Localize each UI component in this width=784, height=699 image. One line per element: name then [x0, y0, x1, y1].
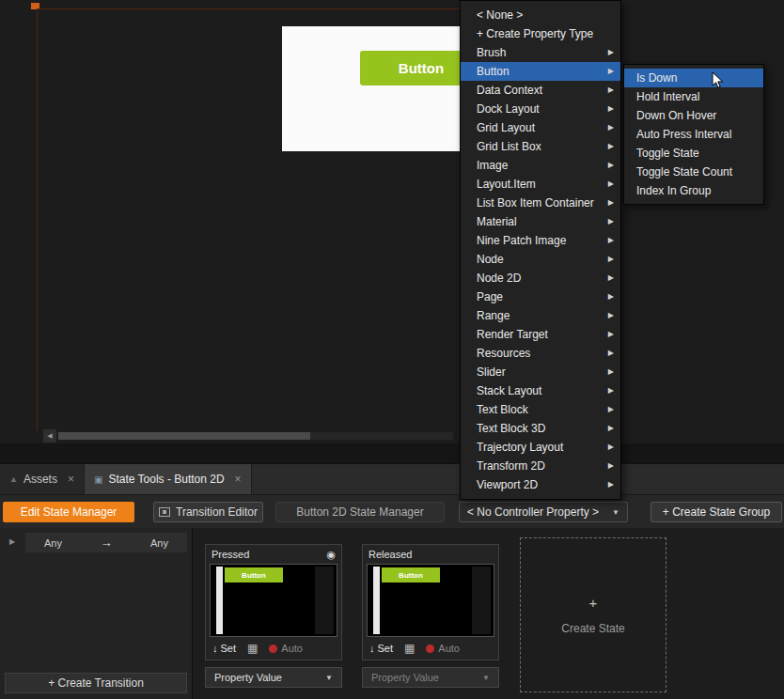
selection-outline-left [37, 8, 38, 430]
submenu-arrow-icon: ▶ [608, 43, 614, 62]
submenu-arrow-icon: ▶ [608, 156, 614, 175]
state-card-pressed[interactable]: Pressed ◉ Button ↓ Set ▦ Auto [205, 544, 342, 660]
auto-record-icon[interactable] [269, 645, 277, 653]
submenu-arrow-icon: ▶ [608, 175, 614, 194]
menu-item-layout-item[interactable]: Layout.Item▶ [461, 175, 620, 194]
state-set-row: ↓ Set ▦ Auto [363, 637, 498, 660]
property-value-dropdown-pressed[interactable]: Property Value ▼ [205, 667, 342, 688]
menu-item-slider[interactable]: Slider▶ [461, 363, 620, 381]
thumbnail-dark-column [315, 567, 334, 634]
state-manager-body: ▶ Any → Any + Create Transition Pressed … [0, 528, 784, 699]
submenu-arrow-icon: ▶ [608, 194, 614, 212]
tab-state-tools[interactable]: ▣ State Tools - Button 2D × [85, 464, 252, 494]
submenu-item-index-in-group[interactable]: Index In Group [624, 181, 763, 200]
menu-item-viewport-2d[interactable]: Viewport 2D▶ [461, 475, 620, 494]
auto-record-icon[interactable] [426, 645, 434, 653]
menu-item-image[interactable]: Image▶ [461, 156, 620, 175]
edit-state-manager-button[interactable]: Edit State Manager [3, 502, 134, 522]
scrollbar-thumb[interactable] [58, 432, 310, 440]
expander-icon[interactable]: ▶ [9, 537, 15, 546]
submenu-arrow-icon: ▶ [608, 62, 614, 81]
submenu-item-down-on-hover[interactable]: Down On Hover [624, 106, 763, 125]
property-value-dropdown-released[interactable]: Property Value ▼ [362, 667, 499, 688]
tab-assets[interactable]: ▲ Assets × [0, 464, 85, 494]
state-thumbnail: Button [210, 564, 337, 637]
create-state-group-button[interactable]: + Create State Group [651, 502, 782, 522]
submenu-arrow-icon: ▶ [608, 457, 614, 475]
menu-item-text-block[interactable]: Text Block▶ [461, 400, 620, 419]
menu-item-grid-list-box[interactable]: Grid List Box▶ [461, 137, 620, 156]
menu-item-material[interactable]: Material▶ [461, 212, 620, 231]
scroll-left-icon[interactable]: ◀ [43, 429, 56, 443]
set-button[interactable]: Set [378, 643, 394, 654]
menu-item-data-context[interactable]: Data Context▶ [461, 81, 620, 100]
canvas-footer [0, 443, 784, 463]
menu-item-dock-layout[interactable]: Dock Layout▶ [461, 100, 620, 118]
transitions-panel: ▶ Any → Any + Create Transition [0, 528, 193, 699]
state-name: Released [368, 549, 412, 560]
menu-item-resources[interactable]: Resources▶ [461, 344, 620, 363]
selection-outline-top [37, 8, 460, 9]
keyframe-grid-icon[interactable]: ▦ [404, 642, 415, 655]
submenu-item-hold-interval[interactable]: Hold Interval [624, 87, 763, 106]
menu-item-list-box-item-container[interactable]: List Box Item Container▶ [461, 194, 620, 212]
assets-icon: ▲ [9, 474, 18, 484]
menu-item-transform-2d[interactable]: Transform 2D▶ [461, 457, 620, 475]
auto-label[interactable]: Auto [281, 643, 303, 654]
create-state-button[interactable]: + Create State [520, 537, 666, 692]
controller-property-dropdown[interactable]: < No Controller Property > ▼ [459, 502, 628, 522]
transition-editor-button[interactable]: Transition Editor [153, 502, 263, 522]
submenu-item-auto-press-interval[interactable]: Auto Press Interval [624, 125, 763, 144]
submenu-item-toggle-state[interactable]: Toggle State [624, 144, 763, 163]
menu-item-grid-layout[interactable]: Grid Layout▶ [461, 118, 620, 137]
submenu-arrow-icon: ▶ [608, 118, 614, 137]
submenu-arrow-icon: ▶ [608, 269, 614, 287]
create-state-label: Create State [561, 622, 624, 635]
state-card-header: Released [363, 545, 498, 564]
arrow-right-icon: → [101, 536, 113, 550]
create-transition-button[interactable]: + Create Transition [5, 673, 187, 693]
preview-state-icon[interactable]: ◉ [326, 549, 336, 561]
set-down-arrow-icon: ↓ [369, 643, 375, 654]
plus-icon: + [589, 595, 598, 611]
property-value-label: Property Value [371, 672, 439, 683]
submenu-item-is-down[interactable]: Is Down [624, 69, 763, 87]
menu-item-brush[interactable]: Brush▶ [461, 43, 620, 62]
submenu-arrow-icon: ▶ [608, 81, 614, 100]
menu-item-node-2d[interactable]: Node 2D▶ [461, 269, 620, 287]
menu-item-page[interactable]: Page▶ [461, 287, 620, 306]
menu-item-stack-layout[interactable]: Stack Layout▶ [461, 381, 620, 400]
close-icon[interactable]: × [68, 473, 74, 486]
menu-item-trajectory-layout[interactable]: Trajectory Layout▶ [461, 438, 620, 457]
transition-row-any-any[interactable]: Any → Any [25, 533, 187, 552]
menu-item-nine-patch-image[interactable]: Nine Patch Image▶ [461, 231, 620, 250]
keyframe-grid-icon[interactable]: ▦ [247, 642, 258, 655]
menu-item-text-block-3d[interactable]: Text Block 3D▶ [461, 419, 620, 438]
set-button[interactable]: Set [221, 643, 237, 654]
state-card-released[interactable]: Released Button ↓ Set ▦ Auto [362, 544, 499, 660]
horizontal-scrollbar[interactable] [58, 432, 453, 440]
menu-item-button[interactable]: Button▶ [461, 62, 620, 81]
submenu-item-toggle-state-count[interactable]: Toggle State Count [624, 163, 763, 181]
menu-item-node[interactable]: Node▶ [461, 250, 620, 269]
transition-from-label: Any [44, 537, 62, 549]
set-down-arrow-icon: ↓ [212, 643, 218, 654]
states-area: Pressed ◉ Button ↓ Set ▦ Auto Property V [193, 528, 784, 699]
composition-background [282, 26, 470, 151]
close-icon[interactable]: × [235, 473, 242, 486]
submenu-arrow-icon: ▶ [608, 231, 614, 250]
menu-item-range[interactable]: Range▶ [461, 306, 620, 325]
submenu-arrow-icon: ▶ [608, 306, 614, 325]
chevron-down-icon: ▼ [612, 508, 619, 517]
thumbnail-button: Button [225, 567, 283, 582]
transition-editor-label: Transition Editor [176, 505, 258, 519]
auto-label[interactable]: Auto [438, 643, 460, 654]
submenu-arrow-icon: ▶ [608, 381, 614, 400]
state-tools-toolbar: Edit State Manager Transition Editor But… [0, 494, 784, 528]
submenu-arrow-icon: ▶ [608, 212, 614, 231]
menu-item-create-property-type[interactable]: + Create Property Type [461, 24, 620, 43]
menu-item-render-target[interactable]: Render Target▶ [461, 325, 620, 344]
chevron-down-icon: ▼ [482, 674, 490, 682]
chevron-down-icon: ▼ [325, 674, 333, 682]
menu-item-none[interactable]: < None > [461, 6, 620, 24]
